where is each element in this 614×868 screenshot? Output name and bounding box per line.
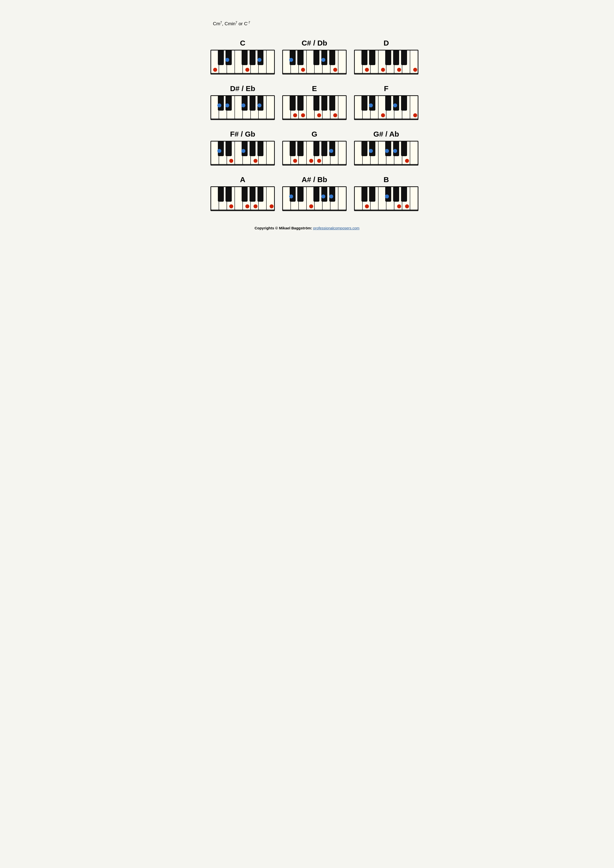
white-key [371, 187, 379, 210]
note-dot [321, 58, 325, 62]
note-dot [241, 104, 246, 107]
white-key [371, 51, 379, 74]
chord-name: B [384, 175, 389, 184]
white-key [323, 141, 331, 165]
note-dot [333, 113, 337, 117]
white-key [299, 141, 307, 165]
white-key [235, 96, 243, 119]
white-keys [211, 51, 274, 74]
note-dot [317, 113, 321, 117]
white-keys [355, 51, 418, 74]
note-dot [229, 159, 233, 163]
white-key [355, 187, 363, 210]
note-dot [301, 113, 305, 117]
note-dot [329, 149, 333, 153]
note-dot [225, 104, 229, 107]
white-key [307, 96, 315, 119]
piano-keyboard [354, 50, 418, 74]
note-dot [309, 159, 313, 163]
piano-keyboard [210, 50, 275, 74]
note-dot [218, 104, 221, 107]
note-dot [246, 68, 249, 72]
white-key [259, 51, 267, 74]
white-key [283, 141, 291, 165]
white-key [251, 51, 259, 74]
note-dot [258, 104, 261, 107]
piano-keyboard [210, 95, 275, 120]
note-dot [381, 68, 385, 72]
white-key [291, 51, 299, 74]
chord-item: C [210, 39, 275, 74]
note-dot [397, 205, 401, 208]
note-dot [301, 68, 305, 72]
chord-name: A# / Bb [302, 175, 327, 184]
white-keys [211, 96, 274, 119]
white-key [291, 187, 299, 210]
note-dot [393, 149, 397, 153]
chord-name: E [312, 84, 317, 93]
white-key [219, 141, 227, 165]
white-key [315, 51, 323, 74]
white-key [283, 187, 291, 210]
white-key [259, 141, 267, 165]
white-key [267, 141, 274, 165]
note-dot [317, 159, 321, 163]
white-key [211, 141, 219, 165]
white-key [323, 96, 331, 119]
note-dot [253, 205, 258, 208]
chord-item: B [354, 175, 418, 211]
note-dot [225, 58, 229, 62]
note-dot [369, 104, 373, 107]
note-dot [246, 205, 249, 208]
note-dot [413, 113, 417, 117]
white-key [267, 96, 274, 119]
footer-link[interactable]: professionalcomposers.com [313, 226, 359, 230]
chord-item: C# / Db [282, 39, 347, 74]
white-key [323, 51, 331, 74]
piano-keyboard [282, 186, 347, 211]
piano-keyboard [282, 50, 347, 74]
note-dot [258, 58, 261, 62]
chord-item: F# / Gb [210, 130, 275, 166]
note-dot [293, 159, 297, 163]
white-key [371, 141, 379, 165]
white-key [283, 96, 291, 119]
chord-name: A [240, 175, 246, 184]
white-keys [211, 141, 274, 165]
note-dot [333, 68, 337, 72]
white-key [331, 187, 339, 210]
white-keys [355, 96, 418, 119]
chord-item: G [282, 130, 347, 166]
white-key [387, 141, 395, 165]
info-example [339, 20, 401, 26]
piano-keyboard [210, 141, 275, 166]
note-dot [321, 194, 325, 198]
white-key [410, 187, 418, 210]
note-dot [289, 58, 293, 62]
note-dot [405, 205, 409, 208]
info-chord-pattern [275, 20, 338, 26]
chord-item: G# / Ab [354, 130, 418, 166]
white-key [211, 187, 219, 210]
note-dot [329, 194, 333, 198]
white-key [410, 141, 418, 165]
white-key [387, 187, 395, 210]
white-key [323, 187, 331, 210]
note-dot [405, 159, 409, 163]
white-key [243, 141, 251, 165]
white-key [387, 51, 395, 74]
note-dot [397, 68, 401, 72]
white-key [339, 51, 346, 74]
white-key [402, 51, 410, 74]
white-key [235, 141, 243, 165]
note-dot [253, 159, 258, 163]
chord-name: C# / Db [302, 39, 327, 47]
footer-text: Copyrights © Mikael Baggström: professio… [255, 226, 359, 230]
white-key [219, 96, 227, 119]
note-dot [385, 194, 389, 198]
chord-name: D# / Eb [230, 84, 255, 93]
note-dot [229, 205, 233, 208]
info-chord-name: Cm7, Cmin7 or C-7 [213, 20, 275, 26]
chord-name: C [240, 39, 246, 47]
white-key [355, 96, 363, 119]
